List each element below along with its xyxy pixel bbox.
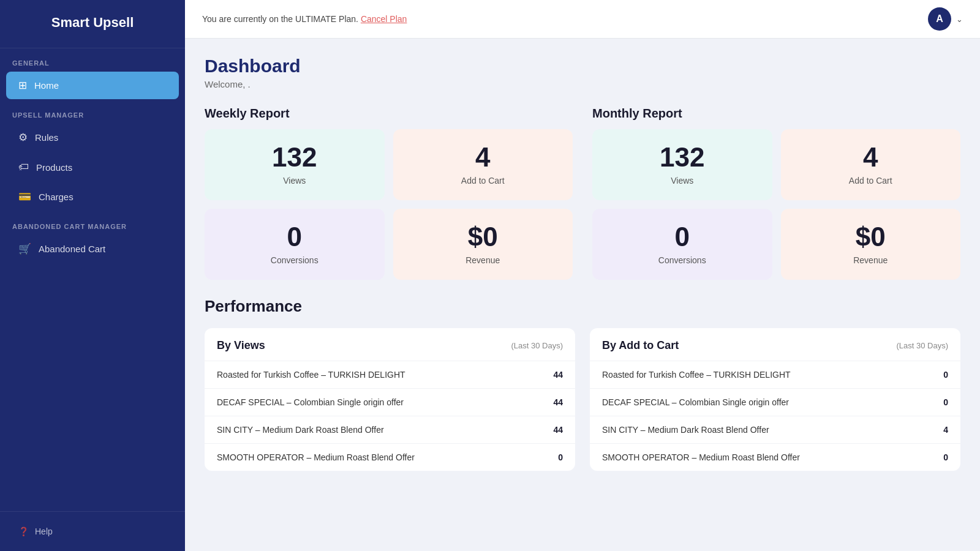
perf-item-value: 0 [943,397,948,407]
weekly-add-to-cart-label: Add to Cart [461,176,505,186]
weekly-cards-grid: 132 Views 4 Add to Cart 0 Conversions $0… [205,129,573,280]
table-row: SMOOTH OPERATOR – Medium Roast Blend Off… [590,443,960,471]
perf-item-name: DECAF SPECIAL – Colombian Single origin … [217,397,404,407]
perf-item-value: 44 [553,370,563,380]
weekly-views-label: Views [283,176,306,186]
table-row: SIN CITY – Medium Dark Roast Blend Offer… [205,416,575,443]
sidebar-item-abandoned-cart[interactable]: 🛒 Abandoned Cart [6,235,179,263]
by-cart-header: By Add to Cart (Last 30 Days) [590,328,960,361]
help-icon: ❓ [18,527,29,536]
monthly-add-to-cart-number: 4 [863,144,878,171]
sidebar-products-label: Products [36,162,72,173]
perf-item-value: 0 [558,452,563,462]
weekly-report-section: Weekly Report 132 Views 4 Add to Cart 0 … [205,107,573,280]
monthly-conversions-card: 0 Conversions [592,209,772,280]
products-icon: 🏷 [18,161,29,173]
monthly-views-card: 132 Views [592,129,772,200]
sidebar-abandoned-cart-label: Abandoned Cart [39,244,105,254]
reports-row: Weekly Report 132 Views 4 Add to Cart 0 … [205,107,960,280]
by-views-list: Roasted for Turkish Coffee – TURKISH DEL… [205,361,575,471]
page-title: Dashboard [205,56,960,77]
perf-item-value: 44 [553,425,563,435]
weekly-revenue-label: Revenue [466,255,500,265]
table-row: DECAF SPECIAL – Colombian Single origin … [205,388,575,416]
monthly-report-section: Monthly Report 132 Views 4 Add to Cart 0… [592,107,960,280]
user-avatar[interactable]: A [928,7,951,31]
by-views-sub: (Last 30 Days) [511,341,563,350]
sidebar-item-products[interactable]: 🏷 Products [6,154,179,181]
chevron-down-icon[interactable]: ⌄ [956,15,963,24]
table-row: Roasted for Turkish Coffee – TURKISH DEL… [590,361,960,388]
by-cart-list: Roasted for Turkish Coffee – TURKISH DEL… [590,361,960,471]
sidebar: Smart Upsell GENERAL ⊞ Home UPSELL MANAG… [0,0,185,551]
monthly-add-to-cart-label: Add to Cart [849,176,892,186]
by-cart-sub: (Last 30 Days) [896,341,948,350]
sidebar-general-label: GENERAL [0,48,185,70]
by-cart-section: By Add to Cart (Last 30 Days) Roasted fo… [590,328,960,471]
monthly-report-title: Monthly Report [592,107,960,121]
cancel-plan-link[interactable]: Cancel Plan [361,14,407,24]
perf-item-name: Roasted for Turkish Coffee – TURKISH DEL… [217,370,405,380]
monthly-views-number: 132 [660,144,704,171]
perf-item-name: SMOOTH OPERATOR – Medium Roast Blend Off… [602,452,800,462]
perf-item-value: 44 [553,397,563,407]
rules-icon: ⚙ [18,131,28,144]
sidebar-item-home[interactable]: ⊞ Home [6,72,179,99]
app-logo: Smart Upsell [0,0,185,48]
by-views-section: By Views (Last 30 Days) Roasted for Turk… [205,328,575,471]
by-views-header: By Views (Last 30 Days) [205,328,575,361]
sidebar-rules-label: Rules [35,132,58,143]
perf-item-name: SIN CITY – Medium Dark Roast Blend Offer [217,425,384,435]
sidebar-bottom: ❓ Help [0,511,185,551]
monthly-revenue-number: $0 [856,223,886,250]
weekly-conversions-label: Conversions [271,255,318,265]
main-area: You are currently on the ULTIMATE Plan. … [185,0,980,551]
monthly-cards-grid: 132 Views 4 Add to Cart 0 Conversions $0… [592,129,960,280]
sidebar-item-charges[interactable]: 💳 Charges [6,183,179,211]
abandoned-cart-icon: 🛒 [18,242,31,255]
perf-item-name: DECAF SPECIAL – Colombian Single origin … [602,397,789,407]
weekly-views-card: 132 Views [205,129,385,200]
performance-section: Performance By Views (Last 30 Days) Roas… [205,297,960,471]
sidebar-charges-label: Charges [39,192,74,202]
monthly-conversions-number: 0 [675,223,690,250]
weekly-report-title: Weekly Report [205,107,573,121]
weekly-views-number: 132 [272,144,317,171]
monthly-conversions-label: Conversions [658,255,706,265]
sidebar-help-label: Help [35,527,53,536]
perf-item-name: SIN CITY – Medium Dark Roast Blend Offer [602,425,769,435]
monthly-add-to-cart-card: 4 Add to Cart [781,129,961,200]
weekly-revenue-number: $0 [468,223,498,250]
perf-item-value: 4 [943,425,948,435]
table-row: SMOOTH OPERATOR – Medium Roast Blend Off… [205,443,575,471]
weekly-add-to-cart-card: 4 Add to Cart [393,129,573,200]
home-icon: ⊞ [18,79,27,92]
monthly-revenue-label: Revenue [853,255,888,265]
plan-text: You are currently on the ULTIMATE Plan. … [202,14,407,24]
sidebar-abandoned-label: ABANDONED CART MANAGER [0,212,185,234]
top-bar-right: A ⌄ [928,7,963,31]
perf-item-name: Roasted for Turkish Coffee – TURKISH DEL… [602,370,791,380]
weekly-revenue-card: $0 Revenue [393,209,573,280]
top-bar: You are currently on the ULTIMATE Plan. … [185,0,980,39]
sidebar-upsell-label: UPSELL MANAGER [0,100,185,122]
monthly-views-label: Views [671,176,693,186]
performance-title: Performance [205,297,960,316]
weekly-conversions-card: 0 Conversions [205,209,385,280]
performance-row: By Views (Last 30 Days) Roasted for Turk… [205,328,960,471]
welcome-text: Welcome, . [205,79,960,89]
monthly-revenue-card: $0 Revenue [781,209,961,280]
sidebar-help-item[interactable]: ❓ Help [12,522,173,541]
table-row: SIN CITY – Medium Dark Roast Blend Offer… [590,416,960,443]
perf-item-value: 0 [943,370,948,380]
by-views-title: By Views [217,339,265,352]
dashboard-content: Dashboard Welcome, . Weekly Report 132 V… [185,39,980,551]
weekly-add-to-cart-number: 4 [475,144,490,171]
perf-item-name: SMOOTH OPERATOR – Medium Roast Blend Off… [217,452,415,462]
sidebar-item-rules[interactable]: ⚙ Rules [6,124,179,151]
table-row: DECAF SPECIAL – Colombian Single origin … [590,388,960,416]
by-cart-title: By Add to Cart [602,339,679,352]
perf-item-value: 0 [943,452,948,462]
table-row: Roasted for Turkish Coffee – TURKISH DEL… [205,361,575,388]
sidebar-home-label: Home [34,80,59,91]
